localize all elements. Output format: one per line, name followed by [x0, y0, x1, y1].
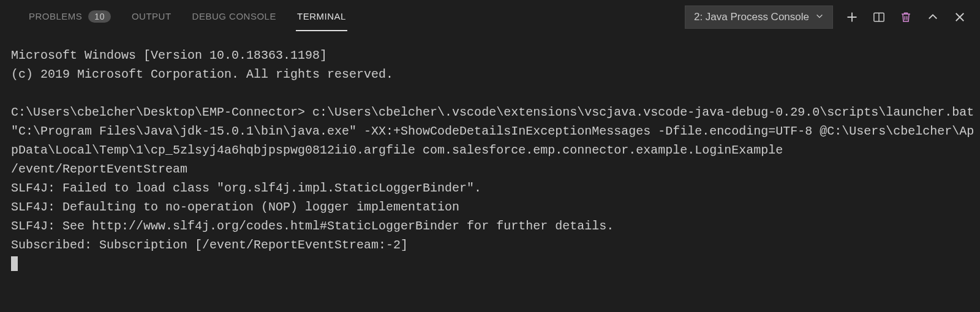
kill-terminal-button[interactable]	[898, 9, 914, 25]
tab-terminal[interactable]: TERMINAL	[296, 2, 347, 31]
terminal-line: SLF4J: See http://www.slf4j.org/codes.ht…	[11, 219, 614, 233]
terminal-line: (c) 2019 Microsoft Corporation. All righ…	[11, 67, 393, 81]
new-terminal-button[interactable]	[844, 9, 860, 25]
terminal-selector-dropdown[interactable]: 2: Java Process Console	[685, 6, 833, 29]
tab-problems[interactable]: PROBLEMS 10	[28, 2, 112, 32]
panel-header: PROBLEMS 10 OUTPUT DEBUG CONSOLE TERMINA…	[0, 0, 980, 34]
close-panel-button[interactable]	[952, 9, 968, 25]
tab-problems-label: PROBLEMS	[29, 11, 82, 21]
split-terminal-button[interactable]	[871, 9, 887, 25]
tab-terminal-label: TERMINAL	[297, 11, 346, 21]
terminal-output[interactable]: Microsoft Windows [Version 10.0.18363.11…	[0, 34, 980, 273]
problems-count-badge: 10	[88, 10, 111, 23]
tab-output[interactable]: OUTPUT	[130, 2, 173, 31]
chevron-down-icon	[815, 11, 824, 23]
terminal-line: Subscribed: Subscription [/event/ReportE…	[11, 238, 408, 252]
terminal-line: SLF4J: Defaulting to no-operation (NOP) …	[11, 200, 459, 214]
tab-debug-console[interactable]: DEBUG CONSOLE	[191, 2, 277, 31]
maximize-panel-button[interactable]	[925, 9, 941, 25]
terminal-selector-label: 2: Java Process Console	[694, 11, 809, 23]
terminal-cursor	[11, 256, 18, 271]
terminal-line: Microsoft Windows [Version 10.0.18363.11…	[11, 48, 327, 62]
tab-debug-console-label: DEBUG CONSOLE	[192, 11, 276, 21]
terminal-line: SLF4J: Failed to load class "org.slf4j.i…	[11, 181, 481, 195]
terminal-actions: 2: Java Process Console	[685, 6, 968, 29]
terminal-line: C:\Users\cbelcher\Desktop\EMP-Connector>…	[11, 105, 980, 176]
tab-output-label: OUTPUT	[132, 11, 172, 21]
panel-tabs: PROBLEMS 10 OUTPUT DEBUG CONSOLE TERMINA…	[28, 2, 347, 32]
